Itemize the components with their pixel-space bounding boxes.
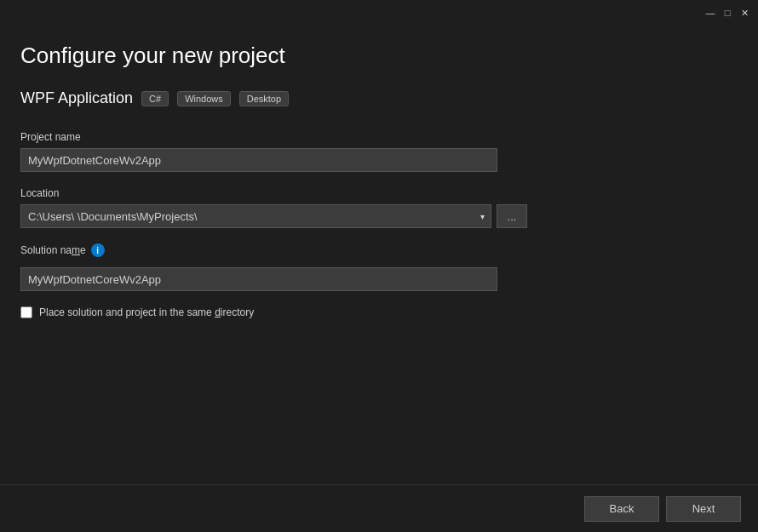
title-bar: — □ ✕: [0, 0, 758, 26]
browse-button[interactable]: ...: [497, 204, 527, 228]
solution-label-row: Solution name i: [20, 243, 738, 257]
solution-name-label: Solution name: [20, 244, 86, 256]
solution-name-input[interactable]: [20, 267, 497, 291]
minimize-button[interactable]: —: [703, 6, 717, 20]
badge-desktop: Desktop: [239, 91, 289, 106]
app-name: WPF Application: [20, 89, 133, 107]
same-directory-label: Place solution and project in the same d…: [39, 306, 254, 318]
location-section: Location C:\Users\ \Documents\MyProjects…: [20, 187, 738, 228]
info-icon[interactable]: i: [91, 243, 105, 257]
location-select-wrapper: C:\Users\ \Documents\MyProjects\ ▾: [20, 204, 491, 228]
app-title-row: WPF Application C# Windows Desktop: [20, 89, 738, 107]
back-button[interactable]: Back: [584, 496, 659, 522]
page-title: Configure your new project: [20, 43, 738, 69]
main-content: Configure your new project WPF Applicati…: [0, 26, 758, 318]
badge-csharp: C#: [141, 91, 169, 106]
location-row: C:\Users\ \Documents\MyProjects\ ▾ ...: [20, 204, 738, 228]
footer: Back Next: [0, 484, 758, 532]
restore-button[interactable]: □: [721, 6, 734, 20]
same-directory-row: Place solution and project in the same d…: [20, 306, 738, 318]
location-label: Location: [20, 187, 738, 199]
project-name-input[interactable]: [20, 148, 497, 172]
close-button[interactable]: ✕: [738, 6, 751, 20]
project-name-label: Project name: [20, 131, 738, 143]
badge-windows: Windows: [177, 91, 231, 106]
location-select[interactable]: C:\Users\ \Documents\MyProjects\: [20, 204, 491, 228]
project-name-section: Project name: [20, 131, 738, 172]
next-button[interactable]: Next: [666, 496, 741, 522]
same-directory-checkbox[interactable]: [20, 306, 32, 318]
solution-name-section: Solution name i: [20, 243, 738, 291]
